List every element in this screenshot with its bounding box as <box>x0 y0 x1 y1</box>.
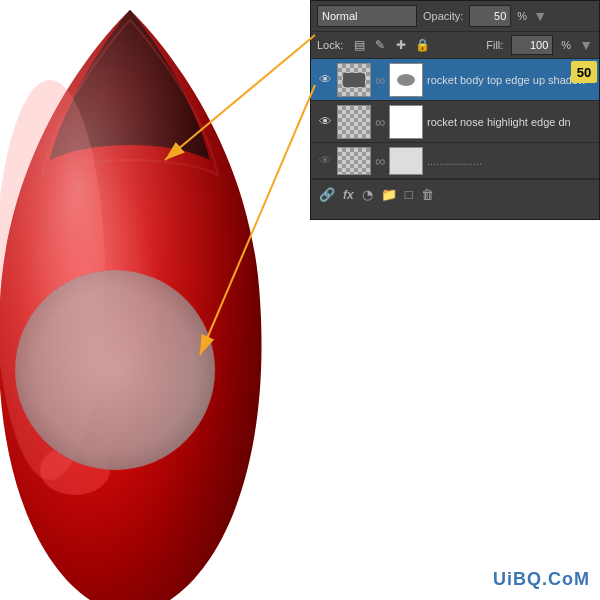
layer-row[interactable]: 👁 ∞ rocket body top edge up shadow 50 <box>311 59 599 101</box>
lock-all-icon[interactable]: 🔒 <box>414 38 430 52</box>
layer-mask-thumbnail <box>389 105 423 139</box>
watermark-text: UiBQ.CoM <box>493 569 590 589</box>
fill-unit: % <box>561 39 571 51</box>
layer-visibility-icon[interactable]: 👁 <box>317 72 333 88</box>
fill-input[interactable] <box>511 35 553 55</box>
opacity-unit: % <box>517 10 527 22</box>
lock-paint-icon[interactable]: ✎ <box>372 38 388 52</box>
layer-thumbnail-content <box>337 63 371 97</box>
bottom-icons-group: 🔗 fx ◔ 📁 □ 🗑 <box>319 187 434 202</box>
opacity-badge: 50 <box>571 61 597 83</box>
layer-name: rocket body top edge up shadow <box>427 74 593 86</box>
fx-icon[interactable]: fx <box>343 188 354 202</box>
layer-name: .................. <box>427 155 593 167</box>
opacity-input[interactable] <box>469 5 511 27</box>
layer-chain-icon: ∞ <box>375 72 385 88</box>
layer-thumbnail-content <box>337 147 371 175</box>
layers-list: 👁 ∞ rocket body top edge up shadow 50 👁 … <box>311 59 599 179</box>
opacity-arrow-icon: ▼ <box>533 8 547 24</box>
adjustment-icon[interactable]: ◔ <box>362 187 373 202</box>
link-icon[interactable]: 🔗 <box>319 187 335 202</box>
layer-chain-icon: ∞ <box>375 153 385 169</box>
layer-name: rocket nose highlight edge dn <box>427 116 593 128</box>
new-layer-icon[interactable]: □ <box>405 187 413 202</box>
layer-chain-icon: ∞ <box>375 114 385 130</box>
watermark: UiBQ.CoM <box>493 569 590 590</box>
lock-label: Lock: <box>317 39 343 51</box>
layer-visibility-icon[interactable]: 👁 <box>317 114 333 130</box>
canvas-area: Normal Opacity: % ▼ Lock: ▤ ✎ ✚ 🔒 Fill: … <box>0 0 600 600</box>
fill-arrow-icon: ▼ <box>579 37 593 53</box>
blend-mode-select[interactable]: Normal <box>317 5 417 27</box>
blend-opacity-bar: Normal Opacity: % ▼ <box>311 1 599 32</box>
layer-row[interactable]: 👁 ∞ .................. <box>311 143 599 179</box>
lock-fill-bar: Lock: ▤ ✎ ✚ 🔒 Fill: % ▼ <box>311 32 599 59</box>
thumb-shape <box>343 73 365 87</box>
folder-icon[interactable]: 📁 <box>381 187 397 202</box>
opacity-label: Opacity: <box>423 10 463 22</box>
lock-move-icon[interactable]: ✚ <box>393 38 409 52</box>
layer-mask-thumbnail <box>389 147 423 175</box>
lock-icons-group: ▤ ✎ ✚ 🔒 <box>351 38 430 52</box>
fill-label: Fill: <box>486 39 503 51</box>
layer-thumbnail-content <box>337 105 371 139</box>
layer-row[interactable]: 👁 ∞ rocket nose highlight edge dn <box>311 101 599 143</box>
delete-icon[interactable]: 🗑 <box>421 187 434 202</box>
mask-shape <box>397 74 415 86</box>
rocket-canvas <box>0 0 350 600</box>
layer-visibility-icon[interactable]: 👁 <box>317 153 333 169</box>
layer-mask-thumbnail <box>389 63 423 97</box>
layers-panel: Normal Opacity: % ▼ Lock: ▤ ✎ ✚ 🔒 Fill: … <box>310 0 600 220</box>
lock-transparent-icon[interactable]: ▤ <box>351 38 367 52</box>
panel-bottom-toolbar: 🔗 fx ◔ 📁 □ 🗑 <box>311 179 599 209</box>
